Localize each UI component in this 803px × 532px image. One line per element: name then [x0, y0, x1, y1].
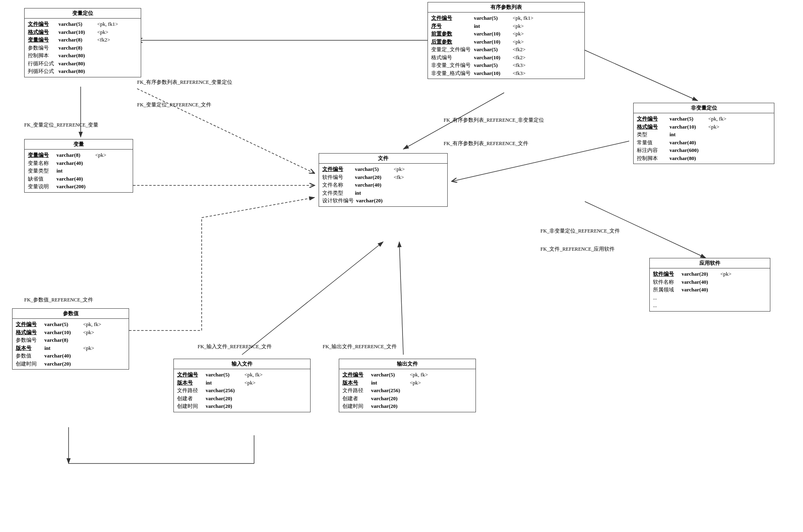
fk-label-canshu-zhi-reference-wenjian: FK_参数值_REFERENCE_文件	[24, 297, 93, 303]
diagram-container: 变量定位 文件编号 varchar(5) <pk, fk1> 格式编号 varc…	[0, 0, 803, 532]
table-row: 软件编号 varchar(20) <fk>	[322, 173, 444, 181]
table-row: 控制脚本 varchar(80)	[28, 52, 138, 60]
table-row: 参数值 varchar(40)	[16, 352, 125, 360]
table-row: 文件路径 varchar(256)	[177, 387, 307, 395]
entity-title-shuchu: 输出文件	[339, 359, 476, 369]
table-row: ...	[653, 294, 767, 302]
table-row: 文件类型 int	[322, 189, 444, 197]
fk-label-wenjian-reference-yingyong: FK_文件_REFERENCE_应用软件	[540, 246, 615, 253]
entity-body-canshu-zhi: 文件编号 varchar(5) <pk, fk> 格式编号 varchar(10…	[13, 319, 129, 369]
table-row: 所属领域 varchar(40)	[653, 286, 767, 294]
table-row: 文件编号 varchar(5) <pk, fk>	[16, 320, 125, 328]
entity-title-fei-bianliang: 非变量定位	[634, 103, 774, 113]
table-row: 文件编号 varchar(5) <pk, fk1>	[28, 20, 138, 28]
entity-shuru-wenjian: 输入文件 文件编号 varchar(5) <pk, fk> 版本号 int <p…	[173, 359, 311, 412]
table-row: 常量值 varchar(40)	[637, 139, 771, 147]
table-row: 文件编号 varchar(5) <pk, fk1>	[431, 14, 581, 22]
table-row: 变量定_文件编号 varchar(5) <fk2>	[431, 46, 581, 54]
fk-label-bianliang-dingwei-reference-bianliang: FK_变量定位_REFERENCE_变量	[24, 122, 98, 129]
entity-title-yingyong: 应用软件	[650, 258, 770, 268]
entity-yingyong-ruanjian: 应用软件 软件编号 varchar(20) <pk> 软件名称 varchar(…	[649, 258, 770, 312]
fk-label-youxu-reference-wenjian: FK_有序参数列表_REFERENCE_文件	[444, 140, 528, 147]
table-row: 格式编号 varchar(10) <pk>	[28, 28, 138, 36]
entity-wenjian: 文件 文件编号 varchar(5) <pk> 软件编号 varchar(20)…	[319, 153, 448, 207]
table-row: 设计软件编号 varchar(20)	[322, 197, 444, 205]
entity-body-shuchu: 文件编号 varchar(5) <pk, fk> 版本号 int <pk> 文件…	[339, 369, 476, 412]
table-row: 前置参数 varchar(10) <pk>	[431, 30, 581, 38]
entity-canshu-zhi: 参数值 文件编号 varchar(5) <pk, fk> 格式编号 varcha…	[12, 308, 129, 370]
entity-body-fei-bianliang: 文件编号 varchar(5) <pk, fk> 格式编号 varchar(10…	[634, 113, 774, 164]
fk-label-youxu-reference-fei-bianliang: FK_有序参数列表_REFERENCE_非变量定位	[444, 117, 544, 124]
table-row: 类型 int	[637, 131, 771, 139]
table-row: 参数编号 varchar(8)	[28, 44, 138, 52]
entity-body-wenjian: 文件编号 varchar(5) <pk> 软件编号 varchar(20) <f…	[319, 164, 447, 206]
svg-line-10	[202, 197, 315, 218]
table-row: 文件编号 varchar(5) <pk, fk>	[637, 115, 771, 123]
fk-label-fei-bianliang-reference-wenjian: FK_非变量定位_REFERENCE_文件	[540, 228, 620, 235]
fk-label-shuru-reference-wenjian: FK_输入文件_REFERENCE_文件	[198, 343, 272, 350]
table-row: 版本号 int <pk>	[16, 344, 125, 352]
table-row: 变量编号 varchar(8) <pk>	[28, 151, 129, 159]
table-row: 后置参数 varchar(10) <pk>	[431, 38, 581, 46]
table-row: 创建时间 varchar(20)	[16, 360, 125, 368]
entity-title-wenjian: 文件	[319, 154, 447, 164]
entity-shuchu-wenjian: 输出文件 文件编号 varchar(5) <pk, fk> 版本号 int <p…	[339, 359, 476, 412]
table-row: 版本号 int <pk>	[177, 379, 307, 387]
table-row: 序号 int <pk>	[431, 22, 581, 30]
entity-title-bianliang: 变量	[25, 139, 133, 150]
table-row: 版本号 int <pk>	[342, 379, 472, 387]
fk-label-shuchu-reference-wenjian: FK_输出文件_REFERENCE_文件	[323, 343, 397, 350]
table-row: 软件名称 varchar(40)	[653, 278, 767, 286]
table-row: 文件路径 varchar(256)	[342, 387, 472, 395]
table-row: 文件编号 varchar(5) <pk>	[322, 165, 444, 173]
fk-label-bianliang-dingwei-reference-wenjian: FK_变量定位_REFERENCE_文件	[137, 102, 211, 108]
svg-line-12	[399, 242, 403, 355]
table-row: 参数编号 varchar(8)	[16, 336, 125, 344]
svg-line-11	[242, 242, 383, 355]
table-row: ...	[653, 301, 767, 310]
table-row: 行循环公式 varchar(80)	[28, 60, 138, 68]
entity-body-yingyong: 软件编号 varchar(20) <pk> 软件名称 varchar(40) 所…	[650, 268, 770, 311]
entity-body-youxu: 文件编号 varchar(5) <pk, fk1> 序号 int <pk> 前置…	[428, 12, 584, 79]
table-row: 变量说明 varchar(200)	[28, 183, 129, 191]
fk-label-youxu-reference-bianliang-dingwei: FK_有序参数列表_REFERENCE_变量定位	[137, 79, 232, 86]
table-row: 创建者 varchar(20)	[177, 395, 307, 403]
entity-title-shuru: 输入文件	[174, 359, 310, 369]
table-row: 格式编号 varchar(10) <fk2>	[431, 54, 581, 62]
table-row: 非变量_文件编号 varchar(5) <fk3>	[431, 61, 581, 69]
svg-line-4	[581, 48, 698, 101]
entity-body-shuru: 文件编号 varchar(5) <pk, fk> 版本号 int <pk> 文件…	[174, 369, 310, 412]
table-row: 创建时间 varchar(20)	[177, 402, 307, 410]
entity-youxu-canshu-liebiao: 有序参数列表 文件编号 varchar(5) <pk, fk1> 序号 int …	[428, 2, 585, 79]
table-row: 缺省值 varchar(40)	[28, 175, 129, 183]
table-row: 标注内容 varchar(600)	[637, 146, 771, 154]
table-row: 创建时间 varchar(20)	[342, 402, 472, 410]
table-row: 格式编号 varchar(10) <pk>	[637, 123, 771, 131]
table-row: 文件名称 varchar(40)	[322, 181, 444, 189]
entity-bianliang: 变量 变量编号 varchar(8) <pk> 变量名称 varchar(40)…	[24, 139, 133, 193]
entity-title-canshu-zhi: 参数值	[13, 309, 129, 319]
entity-body-bianliang-dingwei: 文件编号 varchar(5) <pk, fk1> 格式编号 varchar(1…	[25, 19, 141, 77]
entity-fei-bianliang-dingwei: 非变量定位 文件编号 varchar(5) <pk, fk> 格式编号 varc…	[633, 103, 774, 164]
table-row: 列循环公式 varchar(80)	[28, 67, 138, 75]
table-row: 变量类型 int	[28, 167, 129, 175]
table-row: 文件编号 varchar(5) <pk, fk>	[177, 371, 307, 379]
table-row: 变量编号 varchar(8) <fk2>	[28, 36, 138, 44]
entity-bianliang-dingwei: 变量定位 文件编号 varchar(5) <pk, fk1> 格式编号 varc…	[24, 8, 141, 77]
table-row: 创建者 varchar(20)	[342, 395, 472, 403]
svg-line-5	[452, 141, 629, 181]
table-row: 文件编号 varchar(5) <pk, fk>	[342, 371, 472, 379]
entity-body-bianliang: 变量编号 varchar(8) <pk> 变量名称 varchar(40) 变量…	[25, 150, 133, 192]
entity-title-youxu: 有序参数列表	[428, 2, 584, 12]
table-row: 格式编号 varchar(10) <pk>	[16, 328, 125, 337]
table-row: 软件编号 varchar(20) <pk>	[653, 270, 767, 278]
table-row: 控制脚本 varchar(80)	[637, 154, 771, 162]
table-row: 非变量_格式编号 varchar(10) <fk3>	[431, 69, 581, 77]
table-row: 变量名称 varchar(40)	[28, 159, 129, 167]
entity-title-bianliang-dingwei: 变量定位	[25, 8, 141, 19]
